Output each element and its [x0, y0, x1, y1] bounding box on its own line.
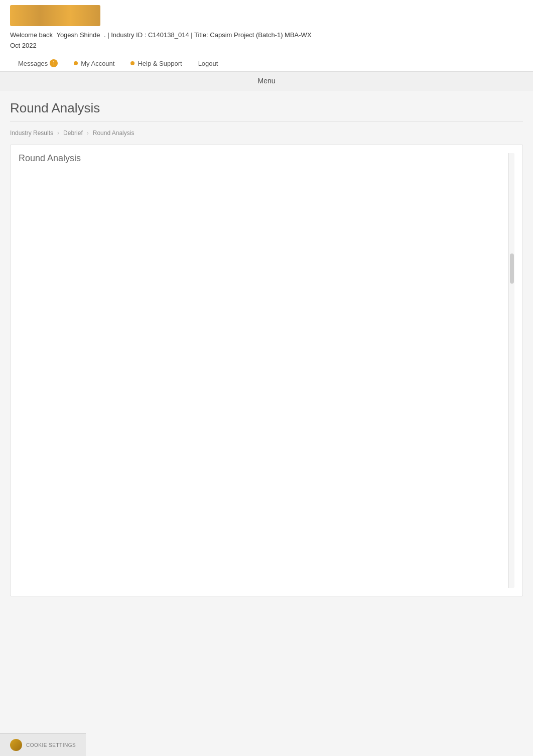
breadcrumb-round-analysis[interactable]: Round Analysis: [93, 130, 135, 137]
panel-section-title: Round Analysis: [19, 153, 508, 164]
welcome-line: Welcome back Yogesh Shinde . | Industry …: [10, 31, 523, 40]
panel-left: Round Analysis: [19, 153, 508, 588]
myaccount-dot: [74, 61, 78, 65]
breadcrumb: Industry Results › Debrief › Round Analy…: [10, 130, 523, 137]
nav-item-messages[interactable]: Messages 1: [10, 56, 66, 71]
panel-scrollbar[interactable]: [508, 153, 514, 588]
content-panel: Round Analysis: [10, 145, 523, 596]
industry-info: . | Industry ID : C140138_014 | Title: C…: [104, 31, 312, 39]
welcome-text: Welcome back: [10, 31, 53, 39]
date-line: Oct 2022: [10, 42, 523, 49]
breadcrumb-industry-results[interactable]: Industry Results: [10, 130, 53, 137]
nav-bar: Messages 1 My Account Help & Support Log…: [10, 53, 523, 71]
menu-bar[interactable]: Menu: [0, 72, 533, 90]
breadcrumb-sep-2: ›: [87, 130, 89, 137]
header: Welcome back Yogesh Shinde . | Industry …: [0, 0, 533, 72]
nav-item-myaccount[interactable]: My Account: [66, 57, 122, 71]
breadcrumb-sep-1: ›: [57, 130, 59, 137]
date-text: Oct 2022: [10, 42, 37, 49]
nav-item-logout[interactable]: Logout: [190, 57, 226, 71]
breadcrumb-debrief[interactable]: Debrief: [63, 130, 83, 137]
cookie-settings-label: COOKIE SETTINGS: [26, 742, 76, 748]
messages-label: Messages: [18, 60, 48, 67]
messages-badge: 1: [50, 59, 58, 67]
cookie-icon: [10, 739, 22, 751]
main-content: Round Analysis Industry Results › Debrie…: [0, 90, 533, 606]
help-dot: [130, 61, 135, 65]
page-title: Round Analysis: [10, 100, 523, 121]
logo: [10, 5, 100, 26]
logout-label: Logout: [198, 60, 218, 67]
help-label: Help & Support: [138, 60, 182, 67]
nav-item-help[interactable]: Help & Support: [122, 57, 190, 71]
cookie-settings[interactable]: COOKIE SETTINGS: [0, 733, 86, 756]
user-name: Yogesh Shinde: [56, 31, 100, 39]
scrollbar-thumb[interactable]: [510, 254, 514, 284]
logo-area: [10, 5, 523, 28]
myaccount-label: My Account: [81, 60, 114, 67]
menu-bar-label: Menu: [257, 77, 275, 85]
